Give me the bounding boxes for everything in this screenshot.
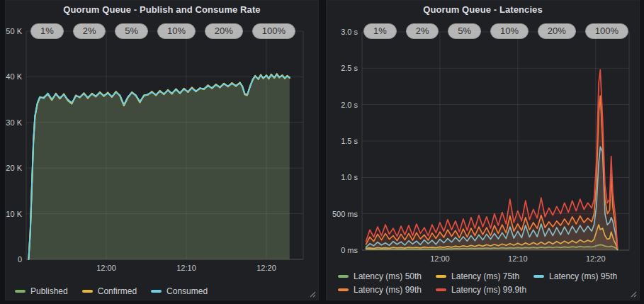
series-fill-2 bbox=[28, 74, 289, 259]
legend-item[interactable]: Published bbox=[15, 286, 68, 296]
y-axis-tick: 2.5 s bbox=[327, 63, 358, 73]
y-axis-tick: 3.0 s bbox=[327, 27, 358, 37]
legend-swatch-icon bbox=[338, 288, 349, 291]
panel-title[interactable]: Quorum Queue - Publish and Consume Rate bbox=[6, 4, 318, 15]
legend-row: PublishedConfirmedConsumed bbox=[15, 284, 222, 298]
legend-label: Consumed bbox=[166, 286, 208, 296]
legend-label: Latency (ms) 99.9th bbox=[451, 285, 526, 295]
legend: Latency (ms) 50thLatency (ms) 75thLatenc… bbox=[338, 269, 631, 296]
y-axis-tick: 2.0 s bbox=[327, 100, 358, 110]
x-axis-tick: 12:20 bbox=[245, 264, 288, 272]
legend-item[interactable]: Latency (ms) 99.9th bbox=[436, 285, 526, 295]
panel-publish-consume-rate: Quorum Queue - Publish and Consume Rate … bbox=[5, 0, 319, 300]
legend: PublishedConfirmedConsumed bbox=[15, 284, 222, 298]
plot-area[interactable] bbox=[26, 31, 303, 259]
y-axis-tick: 1.5 s bbox=[327, 136, 358, 146]
panel-resize-handle[interactable] bbox=[310, 291, 316, 298]
legend-label: Latency (ms) 95th bbox=[549, 271, 617, 281]
y-axis-tick: 30 K bbox=[6, 118, 22, 128]
legend-swatch-icon bbox=[533, 275, 544, 278]
legend-label: Latency (ms) 99th bbox=[354, 285, 422, 295]
panel-resize-handle[interactable] bbox=[631, 291, 637, 298]
y-axis-tick: 1.0 s bbox=[327, 172, 358, 182]
y-axis-tick: 500 ms bbox=[327, 209, 358, 219]
y-axis-tick: 10 K bbox=[6, 209, 22, 219]
plot-area[interactable] bbox=[362, 32, 629, 250]
x-axis-tick: 12:00 bbox=[419, 254, 461, 263]
x-axis-tick: 12:20 bbox=[575, 254, 617, 263]
legend-swatch-icon bbox=[82, 290, 93, 293]
legend-label: Confirmed bbox=[98, 286, 137, 296]
x-axis-tick: 12:10 bbox=[165, 264, 208, 272]
legend-item[interactable]: Consumed bbox=[151, 286, 208, 296]
legend-item[interactable]: Latency (ms) 99th bbox=[338, 285, 422, 295]
legend-swatch-icon bbox=[338, 275, 349, 278]
legend-row: Latency (ms) 99thLatency (ms) 99.9th bbox=[338, 283, 631, 296]
legend-swatch-icon bbox=[436, 288, 446, 291]
y-axis-tick: 40 K bbox=[6, 72, 22, 81]
legend-item[interactable]: Latency (ms) 75th bbox=[436, 271, 519, 281]
y-axis-tick: 0 bbox=[6, 254, 22, 264]
dashboard: { "page": { "background": "#121316", "pa… bbox=[0, 0, 644, 304]
legend-label: Latency (ms) 50th bbox=[354, 271, 422, 281]
y-axis-tick: 50 K bbox=[6, 26, 22, 36]
panel-title[interactable]: Quorum Queue - Latencies bbox=[327, 4, 639, 15]
legend-swatch-icon bbox=[15, 290, 26, 293]
legend-swatch-icon bbox=[151, 290, 162, 293]
y-axis-tick: 0 ms bbox=[327, 245, 358, 255]
legend-row: Latency (ms) 50thLatency (ms) 75thLatenc… bbox=[338, 269, 631, 283]
legend-label: Published bbox=[30, 286, 68, 296]
legend-item[interactable]: Confirmed bbox=[82, 286, 137, 296]
panel-latencies: Quorum Queue - Latencies 1%2%5%10%20%100… bbox=[326, 0, 640, 300]
legend-label: Latency (ms) 75th bbox=[451, 271, 519, 281]
x-axis-tick: 12:00 bbox=[85, 264, 128, 272]
legend-item[interactable]: Latency (ms) 95th bbox=[533, 271, 617, 281]
y-axis-tick: 20 K bbox=[6, 163, 22, 173]
x-axis-tick: 12:10 bbox=[497, 254, 539, 263]
legend-item[interactable]: Latency (ms) 50th bbox=[338, 271, 422, 281]
legend-swatch-icon bbox=[436, 275, 446, 278]
